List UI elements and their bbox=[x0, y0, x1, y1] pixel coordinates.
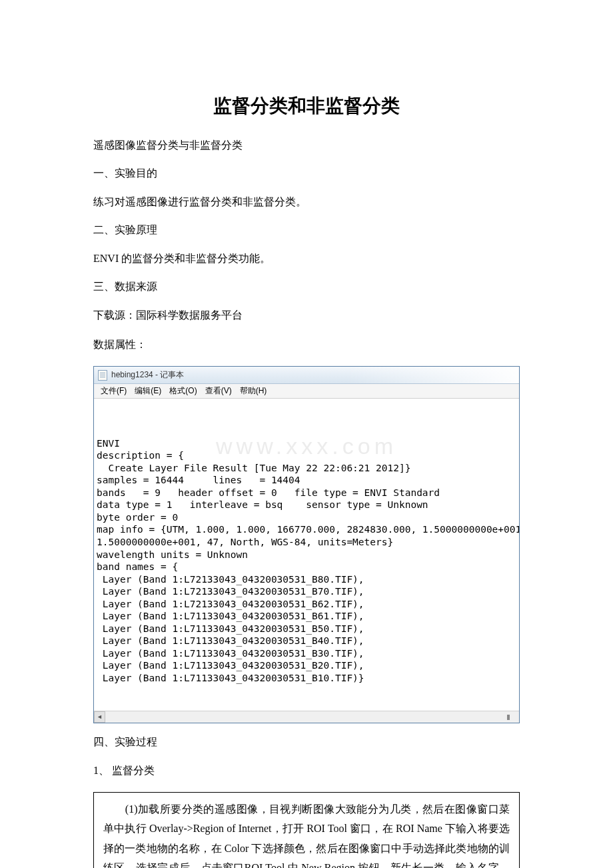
paragraph: 数据属性： bbox=[93, 337, 520, 353]
titlebar-fade bbox=[346, 367, 519, 383]
boxed-step-text: (1)加载所要分类的遥感图像，目视判断图像大致能分为几类，然后在图像窗口菜单中执… bbox=[93, 792, 520, 868]
menu-help[interactable]: 帮助(H) bbox=[236, 385, 271, 397]
section-heading: 二、实验原理 bbox=[93, 223, 520, 237]
menu-format[interactable]: 格式(O) bbox=[165, 385, 201, 397]
notepad-window: hebing1234 - 记事本 文件(F) 编辑(E) 格式(O) 查看(V)… bbox=[93, 366, 520, 723]
menu-view[interactable]: 查看(V) bbox=[201, 385, 236, 397]
paragraph: ENVI 的监督分类和非监督分类功能。 bbox=[93, 251, 520, 267]
scroll-indicator bbox=[507, 715, 510, 720]
paragraph: 下载源：国际科学数据服务平台 bbox=[93, 307, 520, 323]
notepad-content-area: www.xxx.com ENVI description = { Create … bbox=[94, 399, 519, 711]
section-heading: 一、实验目的 bbox=[93, 167, 520, 181]
paragraph: 1、 监督分类 bbox=[93, 763, 520, 779]
document-title: 监督分类和非监督分类 bbox=[93, 93, 520, 119]
section-heading: 三、数据来源 bbox=[93, 280, 520, 294]
paragraph: 遥感图像监督分类与非监督分类 bbox=[93, 137, 520, 153]
notepad-menubar: 文件(F) 编辑(E) 格式(O) 查看(V) 帮助(H) bbox=[94, 384, 519, 399]
paragraph: 练习对遥感图像进行监督分类和非监督分类。 bbox=[93, 194, 520, 210]
horizontal-scrollbar[interactable]: ◄ bbox=[94, 711, 519, 723]
notepad-titlebar: hebing1234 - 记事本 bbox=[94, 367, 519, 384]
boxed-text-content: (1)加载所要分类的遥感图像，目视判断图像大致能分为几类，然后在图像窗口菜单中执… bbox=[103, 803, 510, 868]
scroll-left-arrow-icon[interactable]: ◄ bbox=[94, 711, 105, 723]
notepad-icon bbox=[98, 370, 107, 381]
notepad-text: ENVI description = { Create Layer File R… bbox=[97, 437, 516, 685]
menu-file[interactable]: 文件(F) bbox=[97, 385, 131, 397]
notepad-title-text: hebing1234 - 记事本 bbox=[111, 369, 184, 381]
menu-edit[interactable]: 编辑(E) bbox=[131, 385, 165, 397]
section-heading: 四、实验过程 bbox=[93, 735, 520, 749]
